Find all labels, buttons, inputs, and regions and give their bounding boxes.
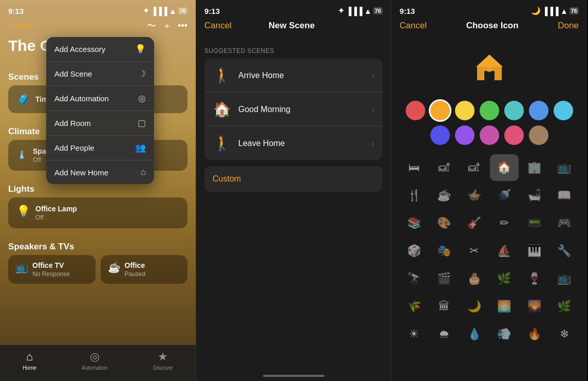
icon-building[interactable]: 🏢 (520, 154, 549, 181)
dropdown-add-scene[interactable]: Add Scene ☽ (46, 62, 154, 86)
icon-film[interactable]: 🎬 (430, 265, 459, 292)
icon-tv1[interactable]: 📺 (550, 154, 579, 181)
arrive-home-item[interactable]: 🚶 Arrive Home › (204, 59, 383, 93)
icon-sun[interactable]: ☀ (400, 321, 429, 348)
color-purple[interactable] (455, 125, 475, 145)
lamp-title: Office Lamp (35, 205, 77, 213)
location-icon-2: ✦ (338, 6, 345, 15)
icon-cloud[interactable]: 🌧 (430, 321, 459, 348)
color-indigo[interactable] (430, 125, 450, 145)
icon-house[interactable]: 🏠 (490, 154, 519, 181)
icon-piano[interactable]: 🎹 (520, 238, 549, 264)
icon-plant[interactable]: 🌿 (490, 265, 519, 292)
icon-sofa1[interactable]: 🛋 (430, 154, 459, 181)
tab-bar-1: ⌂ Home ◎ Automation ★ Discover (0, 344, 196, 381)
icon-wrench[interactable]: 🔧 (550, 238, 579, 264)
icon-pot[interactable]: 🍲 (460, 182, 489, 209)
color-green[interactable] (480, 101, 499, 120)
good-morning-label: Good Morning (238, 105, 365, 114)
color-pink[interactable] (480, 125, 499, 145)
color-blue[interactable] (529, 101, 548, 120)
leave-home-icon: 🚶 (213, 135, 231, 152)
icon-temple[interactable]: 🏛 (430, 293, 459, 320)
good-morning-icon: 🏠 (213, 101, 231, 118)
icon-drop[interactable]: 💧 (460, 321, 489, 348)
signal-icon: ▐▐▐ (151, 7, 167, 15)
office-tv-card[interactable]: 📺 Office TV No Response (8, 255, 96, 284)
icon-wind[interactable]: 💨 (490, 321, 519, 348)
icon-guitar[interactable]: 🎸 (460, 210, 489, 237)
more-icon[interactable]: ••• (178, 21, 187, 31)
cancel-button-2[interactable]: Cancel (204, 21, 232, 31)
dropdown-add-room[interactable]: Add Room ▢ (46, 111, 154, 136)
back-button[interactable]: ‹ Home (8, 22, 33, 30)
panel-home: 9:13 ✦ ▐▐▐ ▲ 76 ‹ Home 〜 ＋ ••• The O... … (0, 0, 196, 381)
icon-fork[interactable]: 🍴 (400, 182, 429, 209)
wifi-icon-2: ▲ (364, 7, 372, 15)
icon-cake[interactable]: 🎂 (460, 265, 489, 292)
office-speaker-card[interactable]: ☕ Office Paused (101, 255, 188, 284)
icon-bathtub[interactable]: 🛁 (520, 182, 549, 209)
icon-fire[interactable]: 🔥 (520, 321, 549, 348)
color-brown[interactable] (529, 125, 548, 145)
icon-binoculars[interactable]: 🔭 (400, 265, 429, 292)
dropdown-add-home[interactable]: Add New Home ⌂ (46, 160, 154, 184)
leave-home-item[interactable]: 🚶 Leave Home › (204, 126, 383, 160)
tv-status: No Response (32, 270, 70, 278)
status-time-1: 9:13 (8, 7, 24, 15)
icon-wine[interactable]: 🍷 (520, 265, 549, 292)
status-icons-1: ✦ ▐▐▐ ▲ 76 (143, 6, 187, 15)
icon-tv2[interactable]: 📺 (550, 265, 579, 292)
color-yellow[interactable] (455, 101, 475, 120)
svg-rect-1 (484, 71, 495, 80)
color-orange[interactable] (430, 101, 450, 120)
icon-bed[interactable]: 🛏 (400, 154, 429, 181)
color-light-blue[interactable] (554, 101, 573, 120)
cancel-button-3[interactable]: Cancel (400, 21, 427, 31)
icon-cup[interactable]: ☕ (430, 182, 459, 209)
good-morning-item[interactable]: 🏠 Good Morning › (204, 93, 383, 126)
icon-wheat[interactable]: 🌾 (400, 293, 429, 320)
icon-pencil[interactable]: ✏ (490, 210, 519, 237)
signal-icon-3: ▐▐▐ (542, 7, 559, 15)
icon-sunset[interactable]: 🌄 (520, 293, 549, 320)
navbar-actions: 〜 ＋ ••• (147, 20, 187, 32)
icon-snow[interactable]: ❄ (550, 321, 579, 348)
home-tab-label: Home (23, 365, 36, 371)
icon-puzzle[interactable]: ✂ (460, 238, 489, 264)
done-button[interactable]: Done (558, 21, 579, 31)
tv-row: 📺 Office TV No Response ☕ Office Paused (0, 255, 196, 289)
add-icon[interactable]: ＋ (162, 20, 172, 32)
icon-books[interactable]: 📚 (400, 210, 429, 237)
tab-automation[interactable]: ◎ Automation (82, 350, 108, 371)
icon-remote[interactable]: 📟 (520, 210, 549, 237)
office-lamp-card[interactable]: 💡 Office Lamp Off (8, 197, 187, 228)
color-teal[interactable] (504, 101, 524, 120)
icon-sailboat[interactable]: ⛵ (490, 238, 519, 264)
dropdown-add-people[interactable]: Add People 👥 (46, 136, 154, 160)
icon-leaf[interactable]: 🌿 (550, 293, 579, 320)
chevron-left-icon: ‹ (8, 22, 11, 30)
battery-indicator-2: 76 (373, 7, 383, 14)
icon-sunrise[interactable]: 🌅 (490, 293, 519, 320)
room-icon: ▢ (138, 118, 146, 129)
dropdown-add-automation[interactable]: Add Automation ◎ (46, 86, 154, 111)
icon-masks[interactable]: 🎭 (430, 238, 459, 264)
status-time-3: 9:13 (400, 7, 415, 15)
icon-dice[interactable]: 🎲 (400, 238, 429, 264)
icon-palette[interactable]: 🎨 (430, 210, 459, 237)
tab-discover[interactable]: ★ Discover (153, 350, 173, 371)
icon-moon[interactable]: 🌙 (460, 293, 489, 320)
leave-home-label: Leave Home (238, 139, 365, 148)
custom-button[interactable]: Custom (204, 166, 383, 192)
tab-home[interactable]: ⌂ Home (23, 350, 36, 371)
icon-book[interactable]: 📖 (550, 182, 579, 209)
icon-shower[interactable]: 🚿 (490, 182, 519, 209)
waveform-icon[interactable]: 〜 (147, 20, 156, 32)
icon-gamepad[interactable]: 🎮 (550, 210, 579, 237)
color-rose[interactable] (504, 125, 524, 145)
dropdown-add-accessory[interactable]: Add Accessory 💡 (46, 37, 154, 62)
icon-sofa2[interactable]: 🛋 (460, 154, 489, 181)
color-red[interactable] (406, 101, 425, 120)
status-icons-3: 🌙 ▐▐▐ ▲ 76 (531, 6, 579, 15)
